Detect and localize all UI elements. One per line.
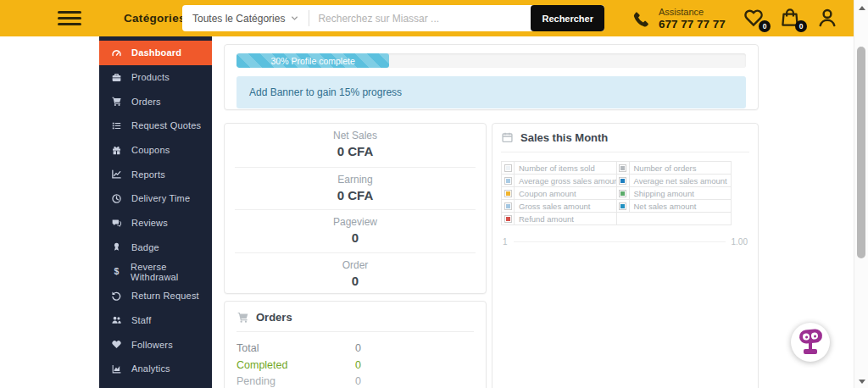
legend-swatch-box	[502, 187, 515, 199]
chart-axis: 1 1.00	[501, 237, 749, 247]
assistance-label: Assistance	[659, 7, 726, 18]
vendor-sidebar: Dashboard Products Orders Request Quotes…	[99, 36, 212, 388]
order-row-label[interactable]: Pending	[236, 375, 355, 388]
stat-value: 0	[235, 274, 476, 288]
axis-gridline	[514, 241, 726, 242]
order-row-pending: Pending 0	[236, 375, 474, 388]
order-row-value: 0	[355, 375, 474, 388]
sidebar-item-reports[interactable]: Reports	[99, 162, 212, 186]
assistance-phone: 677 77 77 77	[659, 18, 726, 31]
scrollbar-down-arrow-icon[interactable]	[859, 380, 865, 384]
sidebar-item-staff[interactable]: Staff	[99, 308, 212, 333]
legend-swatch	[619, 190, 626, 197]
legend-item: Number of orders	[617, 162, 732, 174]
gift-icon	[110, 145, 123, 156]
stat-value: 0 CFA	[225, 144, 486, 158]
comments-icon	[110, 218, 123, 229]
sidebar-item-label: Reviews	[131, 218, 168, 228]
sidebar-item-label: Analytics	[131, 363, 170, 374]
sidebar-item-badge[interactable]: Badge	[99, 236, 212, 260]
sidebar-item-label: Delivery Time	[131, 193, 190, 203]
category-dropdown[interactable]: Toutes le Catégories	[182, 5, 309, 31]
stat-earning: Earning 0 CFA	[235, 167, 476, 210]
legend-swatch-box	[502, 213, 515, 224]
sidebar-item-analytics[interactable]: Analytics	[99, 357, 212, 381]
sidebar-item-label: Reverse Withdrawal	[131, 262, 212, 282]
sidebar-item-products[interactable]: Products	[99, 65, 212, 90]
chat-widget-button[interactable]	[791, 323, 830, 362]
legend-swatch-box	[617, 162, 630, 174]
sidebar-item-label: Request Quotes	[131, 120, 201, 130]
legend-item-empty	[617, 213, 732, 224]
sidebar-item-label: Coupons	[131, 145, 170, 155]
sidebar-item-orders[interactable]: Orders	[99, 89, 212, 114]
stat-pageview: Pageview 0	[235, 209, 476, 252]
stat-label: Pageview	[235, 216, 476, 228]
legend-swatch	[504, 202, 512, 210]
add-banner-alert[interactable]: Add Banner to gain 15% progress	[236, 76, 746, 108]
axis-right-label: 1.00	[732, 237, 748, 247]
cart-button[interactable]: 0	[779, 7, 803, 30]
cart-count-badge: 0	[795, 20, 807, 32]
category-dropdown-value: Toutes le Catégories	[192, 13, 285, 25]
legend-item: Shipping amount	[617, 187, 732, 199]
scrollbar-thumb[interactable]	[857, 47, 865, 258]
profile-progress-label: 30% Profile complete	[271, 56, 355, 66]
order-row-label[interactable]: Total	[236, 342, 355, 355]
dashboard-icon	[110, 47, 123, 58]
sidebar-item-label: Badge	[131, 242, 159, 252]
profile-progress-fill: 30% Profile complete	[236, 53, 389, 68]
legend-item: Average gross sales amount	[502, 175, 616, 186]
legend-swatch	[504, 164, 512, 172]
person-icon	[816, 7, 838, 29]
search-button[interactable]: Rechercher	[531, 5, 604, 31]
order-row-total: Total 0	[236, 342, 474, 355]
legend-item: Net sales amount	[617, 200, 732, 212]
legend-swatch-box	[617, 187, 630, 199]
stat-order: Order 0	[235, 252, 476, 296]
legend-swatch-box	[617, 175, 630, 186]
sidebar-item-reviews[interactable]: Reviews	[99, 211, 212, 236]
sidebar-item-followers[interactable]: Followers	[99, 332, 212, 357]
wishlist-count-badge: 0	[759, 20, 771, 32]
sidebar-item-request-quotes[interactable]: Request Quotes	[99, 114, 212, 138]
legend-item: Gross sales amount	[502, 200, 616, 212]
order-row-label[interactable]: Completed	[236, 359, 355, 372]
sidebar-item-return-request[interactable]: Return Request	[99, 284, 212, 308]
search-input[interactable]	[309, 5, 531, 31]
clock-icon	[110, 193, 123, 204]
order-row-value: 0	[355, 342, 474, 355]
stat-value: 0 CFA	[235, 188, 476, 202]
cart-icon	[236, 311, 249, 324]
medal-icon	[110, 241, 123, 252]
legend-swatch	[619, 177, 626, 185]
legend-swatch-box	[502, 162, 515, 174]
hamburger-menu-icon[interactable]	[58, 11, 81, 25]
sidebar-item-label: Orders	[131, 97, 161, 107]
sidebar-item-dashboard[interactable]: Dashboard	[99, 41, 212, 65]
stat-label: Net Sales	[225, 130, 486, 141]
sidebar-item-label: Products	[131, 72, 170, 82]
line-chart-icon	[110, 169, 123, 180]
scrollbar-up-arrow-icon[interactable]	[859, 6, 865, 10]
legend-swatch	[504, 177, 512, 185]
sales-month-card: Sales this Month Number of items sold Nu…	[492, 123, 759, 388]
top-header: Catégories Toutes le Catégories Recherch…	[0, 0, 854, 36]
categories-menu-label[interactable]: Catégories	[124, 12, 186, 25]
legend-item: Refund amount	[502, 213, 616, 224]
legend-swatch-box	[617, 200, 630, 212]
sidebar-item-reverse-withdrawal[interactable]: $ Reverse Withdrawal	[99, 259, 212, 284]
sidebar-item-coupons[interactable]: Coupons	[99, 138, 212, 163]
dollar-icon: $	[110, 266, 122, 277]
sidebar-item-delivery-time[interactable]: Delivery Time	[99, 186, 212, 211]
stat-label: Order	[235, 259, 476, 271]
legend-item: Average net sales amount	[617, 175, 732, 186]
wishlist-button[interactable]: 0	[743, 7, 766, 30]
sidebar-item-cutoff[interactable]	[99, 381, 212, 388]
stats-card: Net Sales 0 CFA Earning 0 CFA Pageview 0…	[224, 123, 487, 294]
page-scrollbar[interactable]	[854, 0, 868, 388]
account-button[interactable]	[816, 7, 840, 30]
svg-text:$: $	[114, 266, 119, 276]
orders-rows: Total 0 Completed 0 Pending 0 Processing…	[236, 342, 474, 388]
chevron-down-icon	[291, 14, 298, 22]
